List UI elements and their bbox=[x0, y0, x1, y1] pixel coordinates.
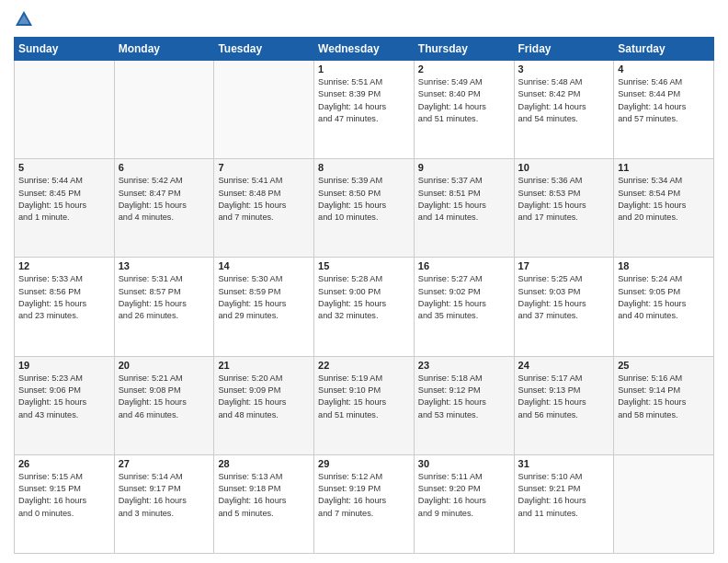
day-cell: 15Sunrise: 5:28 AMSunset: 9:00 PMDayligh… bbox=[314, 258, 415, 356]
day-info: Sunrise: 5:33 AMSunset: 8:56 PMDaylight:… bbox=[18, 273, 110, 322]
day-number: 20 bbox=[119, 360, 210, 371]
weekday-header-saturday: Saturday bbox=[614, 38, 714, 61]
day-info: Sunrise: 5:11 AMSunset: 9:20 PMDaylight:… bbox=[418, 471, 510, 520]
day-cell bbox=[114, 61, 214, 159]
day-cell: 11Sunrise: 5:34 AMSunset: 8:54 PMDayligh… bbox=[614, 159, 714, 258]
day-info: Sunrise: 5:28 AMSunset: 9:00 PMDaylight:… bbox=[318, 273, 410, 322]
day-info: Sunrise: 5:10 AMSunset: 9:21 PMDaylight:… bbox=[518, 471, 610, 520]
day-info: Sunrise: 5:31 AMSunset: 8:57 PMDaylight:… bbox=[119, 273, 210, 322]
day-info: Sunrise: 5:25 AMSunset: 9:03 PMDaylight:… bbox=[518, 273, 610, 322]
day-number: 29 bbox=[318, 458, 410, 469]
day-info: Sunrise: 5:46 AMSunset: 8:44 PMDaylight:… bbox=[618, 76, 710, 125]
day-cell: 14Sunrise: 5:30 AMSunset: 8:59 PMDayligh… bbox=[214, 258, 314, 356]
day-number: 27 bbox=[119, 458, 210, 469]
day-info: Sunrise: 5:16 AMSunset: 9:14 PMDaylight:… bbox=[618, 373, 710, 421]
day-cell: 24Sunrise: 5:17 AMSunset: 9:13 PMDayligh… bbox=[514, 356, 614, 454]
day-info: Sunrise: 5:15 AMSunset: 9:15 PMDaylight:… bbox=[18, 471, 110, 520]
day-info: Sunrise: 5:20 AMSunset: 9:09 PMDaylight:… bbox=[218, 373, 310, 421]
day-info: Sunrise: 5:36 AMSunset: 8:53 PMDaylight:… bbox=[518, 175, 610, 224]
day-number: 6 bbox=[119, 162, 210, 173]
day-cell: 20Sunrise: 5:21 AMSunset: 9:08 PMDayligh… bbox=[114, 356, 214, 454]
day-cell: 29Sunrise: 5:12 AMSunset: 9:19 PMDayligh… bbox=[314, 454, 415, 553]
day-number: 2 bbox=[418, 63, 510, 75]
day-number: 28 bbox=[218, 458, 310, 469]
day-cell: 8Sunrise: 5:39 AMSunset: 8:50 PMDaylight… bbox=[314, 159, 415, 258]
day-cell: 18Sunrise: 5:24 AMSunset: 9:05 PMDayligh… bbox=[614, 258, 714, 356]
day-number: 5 bbox=[18, 162, 110, 173]
day-number: 10 bbox=[518, 162, 610, 173]
day-number: 3 bbox=[518, 63, 610, 75]
day-cell: 5Sunrise: 5:44 AMSunset: 8:45 PMDaylight… bbox=[15, 159, 115, 258]
day-cell: 23Sunrise: 5:18 AMSunset: 9:12 PMDayligh… bbox=[414, 356, 514, 454]
week-row-1: 5Sunrise: 5:44 AMSunset: 8:45 PMDaylight… bbox=[15, 159, 714, 258]
weekday-header-sunday: Sunday bbox=[15, 38, 115, 61]
day-info: Sunrise: 5:12 AMSunset: 9:19 PMDaylight:… bbox=[318, 471, 410, 520]
day-cell: 2Sunrise: 5:49 AMSunset: 8:40 PMDaylight… bbox=[414, 61, 514, 159]
day-number: 7 bbox=[218, 162, 310, 173]
page: SundayMondayTuesdayWednesdayThursdayFrid… bbox=[0, 0, 728, 563]
day-info: Sunrise: 5:21 AMSunset: 9:08 PMDaylight:… bbox=[119, 373, 210, 421]
day-number: 21 bbox=[218, 360, 310, 371]
day-cell: 17Sunrise: 5:25 AMSunset: 9:03 PMDayligh… bbox=[514, 258, 614, 356]
calendar-table: SundayMondayTuesdayWednesdayThursdayFrid… bbox=[14, 37, 714, 554]
logo bbox=[14, 9, 38, 29]
day-info: Sunrise: 5:42 AMSunset: 8:47 PMDaylight:… bbox=[119, 175, 210, 224]
day-cell: 9Sunrise: 5:37 AMSunset: 8:51 PMDaylight… bbox=[414, 159, 514, 258]
week-row-0: 1Sunrise: 5:51 AMSunset: 8:39 PMDaylight… bbox=[15, 61, 714, 159]
day-info: Sunrise: 5:37 AMSunset: 8:51 PMDaylight:… bbox=[418, 175, 510, 224]
day-cell: 22Sunrise: 5:19 AMSunset: 9:10 PMDayligh… bbox=[314, 356, 415, 454]
day-cell: 13Sunrise: 5:31 AMSunset: 8:57 PMDayligh… bbox=[114, 258, 214, 356]
weekday-header-friday: Friday bbox=[514, 38, 614, 61]
day-cell bbox=[614, 454, 714, 553]
day-cell: 19Sunrise: 5:23 AMSunset: 9:06 PMDayligh… bbox=[15, 356, 115, 454]
day-info: Sunrise: 5:48 AMSunset: 8:42 PMDaylight:… bbox=[518, 76, 610, 125]
day-info: Sunrise: 5:27 AMSunset: 9:02 PMDaylight:… bbox=[418, 273, 510, 322]
week-row-3: 19Sunrise: 5:23 AMSunset: 9:06 PMDayligh… bbox=[15, 356, 714, 454]
day-info: Sunrise: 5:41 AMSunset: 8:48 PMDaylight:… bbox=[218, 175, 310, 224]
day-number: 26 bbox=[18, 458, 110, 469]
day-info: Sunrise: 5:13 AMSunset: 9:18 PMDaylight:… bbox=[218, 471, 310, 520]
day-info: Sunrise: 5:51 AMSunset: 8:39 PMDaylight:… bbox=[318, 76, 410, 125]
day-cell: 27Sunrise: 5:14 AMSunset: 9:17 PMDayligh… bbox=[114, 454, 214, 553]
day-cell bbox=[214, 61, 314, 159]
day-info: Sunrise: 5:39 AMSunset: 8:50 PMDaylight:… bbox=[318, 175, 410, 224]
day-number: 30 bbox=[418, 458, 510, 469]
day-cell: 1Sunrise: 5:51 AMSunset: 8:39 PMDaylight… bbox=[314, 61, 415, 159]
day-cell: 26Sunrise: 5:15 AMSunset: 9:15 PMDayligh… bbox=[15, 454, 115, 553]
day-number: 15 bbox=[318, 260, 410, 271]
weekday-header-monday: Monday bbox=[114, 38, 214, 61]
day-number: 16 bbox=[418, 260, 510, 271]
day-info: Sunrise: 5:14 AMSunset: 9:17 PMDaylight:… bbox=[119, 471, 210, 520]
day-cell: 21Sunrise: 5:20 AMSunset: 9:09 PMDayligh… bbox=[214, 356, 314, 454]
day-info: Sunrise: 5:34 AMSunset: 8:54 PMDaylight:… bbox=[618, 175, 710, 224]
day-cell bbox=[15, 61, 115, 159]
header bbox=[14, 9, 714, 29]
day-number: 8 bbox=[318, 162, 410, 173]
day-cell: 28Sunrise: 5:13 AMSunset: 9:18 PMDayligh… bbox=[214, 454, 314, 553]
day-cell: 3Sunrise: 5:48 AMSunset: 8:42 PMDaylight… bbox=[514, 61, 614, 159]
day-number: 4 bbox=[618, 63, 710, 75]
day-cell: 6Sunrise: 5:42 AMSunset: 8:47 PMDaylight… bbox=[114, 159, 214, 258]
day-info: Sunrise: 5:44 AMSunset: 8:45 PMDaylight:… bbox=[18, 175, 110, 224]
weekday-header-row: SundayMondayTuesdayWednesdayThursdayFrid… bbox=[15, 38, 714, 61]
day-info: Sunrise: 5:19 AMSunset: 9:10 PMDaylight:… bbox=[318, 373, 410, 421]
day-number: 11 bbox=[618, 162, 710, 173]
day-cell: 25Sunrise: 5:16 AMSunset: 9:14 PMDayligh… bbox=[614, 356, 714, 454]
day-cell: 31Sunrise: 5:10 AMSunset: 9:21 PMDayligh… bbox=[514, 454, 614, 553]
day-number: 14 bbox=[218, 260, 310, 271]
day-cell: 30Sunrise: 5:11 AMSunset: 9:20 PMDayligh… bbox=[414, 454, 514, 553]
day-number: 1 bbox=[318, 63, 410, 75]
day-info: Sunrise: 5:30 AMSunset: 8:59 PMDaylight:… bbox=[218, 273, 310, 322]
day-info: Sunrise: 5:17 AMSunset: 9:13 PMDaylight:… bbox=[518, 373, 610, 421]
day-number: 31 bbox=[518, 458, 610, 469]
weekday-header-thursday: Thursday bbox=[414, 38, 514, 61]
week-row-2: 12Sunrise: 5:33 AMSunset: 8:56 PMDayligh… bbox=[15, 258, 714, 356]
day-number: 9 bbox=[418, 162, 510, 173]
day-number: 19 bbox=[18, 360, 110, 371]
day-cell: 7Sunrise: 5:41 AMSunset: 8:48 PMDaylight… bbox=[214, 159, 314, 258]
day-info: Sunrise: 5:23 AMSunset: 9:06 PMDaylight:… bbox=[18, 373, 110, 421]
day-info: Sunrise: 5:49 AMSunset: 8:40 PMDaylight:… bbox=[418, 76, 510, 125]
day-number: 22 bbox=[318, 360, 410, 371]
week-row-4: 26Sunrise: 5:15 AMSunset: 9:15 PMDayligh… bbox=[15, 454, 714, 553]
day-cell: 4Sunrise: 5:46 AMSunset: 8:44 PMDaylight… bbox=[614, 61, 714, 159]
